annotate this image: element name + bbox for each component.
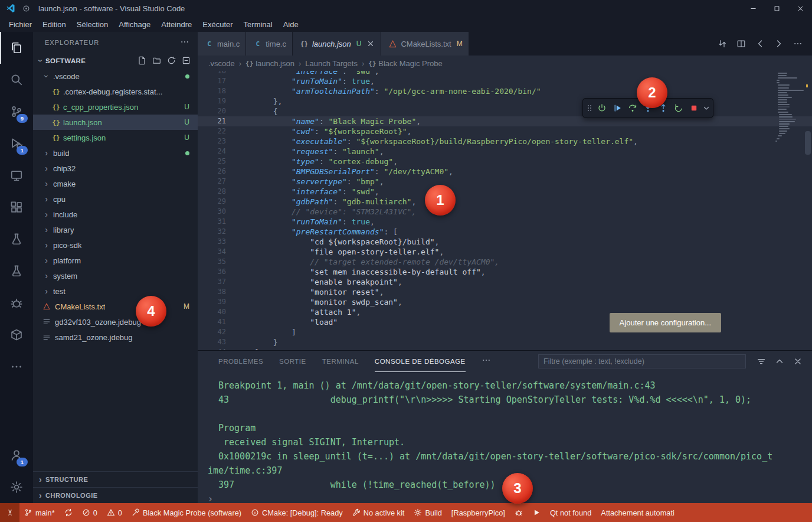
activity-explorer[interactable] [0,32,33,64]
activity-search[interactable] [0,64,33,96]
editor-scrollbar[interactable] [805,131,811,155]
maximize-button[interactable] [765,0,788,17]
menu-affichage[interactable]: Affichage [113,18,156,31]
breadcrumb[interactable]: .vscode›{}launch.json›Launch Targets›{}B… [198,56,812,71]
remote-indicator[interactable] [0,503,19,522]
activity-test-explorer[interactable] [0,255,33,287]
tree-item-platform[interactable]: ›platform [33,253,198,268]
debug-power-button[interactable] [594,100,610,116]
breadcrumb-item-black-magic-probe[interactable]: {}Black Magic Probe [368,59,442,68]
tree-item-include[interactable]: ›include [33,207,198,222]
tree-item-cpu[interactable]: ›cpu [33,191,198,207]
tree-item-build[interactable]: ›build [33,145,198,161]
chevron-up-icon[interactable] [775,357,784,366]
status-sync[interactable] [60,503,77,522]
minimize-button[interactable] [741,0,765,17]
breadcrumb-item-vscode[interactable]: .vscode [208,59,235,68]
activity-extensions[interactable] [0,191,33,223]
debug-continue-button[interactable] [610,100,625,116]
status-bug[interactable] [510,503,528,522]
debug-filter-input[interactable] [538,354,746,368]
status-0[interactable]: 0 [102,503,127,522]
panel-tab-terminal[interactable]: TERMINAL [322,351,359,372]
arrow-right-icon[interactable] [774,39,784,48]
activity-testing[interactable] [0,223,33,255]
tree-item-cortex-debug-registers-stat[interactable]: {}.cortex-debug.registers.stat... [33,84,198,99]
status-no-active-kit[interactable]: No active kit [348,503,410,522]
activity-accounts[interactable]: 1 [0,439,33,471]
tab-main-c[interactable]: Cmain.c [198,32,246,56]
tree-item-settings-json[interactable]: {}settings.jsonU [33,130,198,145]
arrow-left-icon[interactable] [755,39,765,48]
status-0[interactable]: 0 [77,503,102,522]
status-black-magic-probe-software[interactable]: Black Magic Probe (software) [127,503,246,522]
tree-item-test[interactable]: ›test [33,283,198,299]
status-play[interactable] [528,503,545,522]
tree-item-samd21-ozone-jdebug[interactable]: samd21_ozone.jdebug [33,329,198,345]
tree-item-cmake[interactable]: ›cmake [33,176,198,191]
debug-step-over-button[interactable] [625,100,640,116]
activity-run-and-debug[interactable]: 1 [0,128,33,159]
close-icon[interactable] [366,40,375,48]
menu-fichier[interactable]: Fichier [4,18,37,31]
activity-manage[interactable] [0,471,33,503]
refresh-icon[interactable] [167,56,176,65]
menu-s-lection[interactable]: Sélection [71,18,113,31]
compare-icon[interactable] [718,39,727,48]
close-icon[interactable] [793,357,803,366]
status-build[interactable]: Build [409,503,446,522]
status-main[interactable]: main* [19,503,60,522]
menu-terminal[interactable]: Terminal [238,18,278,31]
tab-cmakelists-txt[interactable]: CMakeLists.txtM [381,32,469,56]
add-configuration-button[interactable]: Ajouter une configuration... [610,313,721,332]
activity-package-tool[interactable] [0,319,33,351]
tab-launch-json[interactable]: {}launch.jsonU [293,32,381,56]
more-icon[interactable] [180,37,189,47]
filter-lines-icon[interactable] [757,357,766,366]
section-header-structure[interactable]: ›STRUCTURE [33,471,198,487]
panel-tab-console-de-d-bogage[interactable]: CONSOLE DE DÉBOGAGE [375,351,466,372]
new-folder-icon[interactable] [152,56,161,65]
tree-item-library[interactable]: ›library [33,222,198,237]
breadcrumb-item-launch-targets[interactable]: Launch Targets [305,59,358,68]
tree-item-vscode[interactable]: ›.vscode [33,68,198,84]
activity-source-control[interactable]: 9 [0,96,33,128]
status-attachement-automati[interactable]: Attachement automati [596,503,679,522]
menu-aide[interactable]: Aide [278,18,304,31]
annotation-2: 2 [637,77,667,108]
tree-item-c-cpp-properties-json[interactable]: {}c_cpp_properties.jsonU [33,99,198,115]
debug-restart-button[interactable] [671,100,686,116]
tree-item-cmakelists-txt[interactable]: CMakeLists.txtM [33,299,198,314]
breadcrumb-item-launch-json[interactable]: {}launch.json [245,59,294,68]
debug-stop-button[interactable] [686,100,702,116]
section-header-software[interactable]: SOFTWARE [45,57,86,64]
more-icon[interactable] [482,355,491,365]
section-header-chronologie[interactable]: ›CHRONOLOGIE [33,487,198,503]
tree-item-chip32[interactable]: ›chip32 [33,161,198,176]
minimap[interactable] [774,73,803,143]
close-button[interactable] [788,0,812,17]
panel-tab-probl-mes[interactable]: PROBLÈMES [218,351,263,372]
more-icon[interactable] [793,39,803,48]
tree-item-gd32vf103-ozone-jdebug[interactable]: gd32vf103_ozone.jdebug [33,314,198,329]
activity-debug-tool[interactable] [0,287,33,319]
console-prompt[interactable]: › [208,492,773,503]
status-raspberrypico[interactable]: [RaspberryPico] [447,503,510,522]
menu-edition[interactable]: Edition [37,18,71,31]
tab-time-c[interactable]: Ctime.c [246,32,293,56]
menu-ex-cuter[interactable]: Exécuter [197,18,238,31]
split-icon[interactable] [736,39,746,48]
status-qt-not-found[interactable]: Qt not found [545,503,596,522]
debug-chevron-down-button[interactable] [702,100,711,116]
panel-tab-sortie[interactable]: SORTIE [279,351,306,372]
new-file-icon[interactable] [137,56,146,65]
activity-remote-explorer[interactable] [0,159,33,191]
tree-item-launch-json[interactable]: {}launch.jsonU [33,115,198,130]
activity-additional-views[interactable] [0,351,33,383]
tree-item-pico-sdk[interactable]: ›pico-sdk [33,237,198,253]
collapse-all-icon[interactable] [182,56,191,65]
tree-item-system[interactable]: ›system [33,268,198,283]
menu-atteindre[interactable]: Atteindre [156,18,197,31]
status-cmake-debug-ready[interactable]: CMake: [Debug]: Ready [246,503,348,522]
editor[interactable]: 16 "interface": "swd",17 "runToMain": tr… [198,71,812,350]
